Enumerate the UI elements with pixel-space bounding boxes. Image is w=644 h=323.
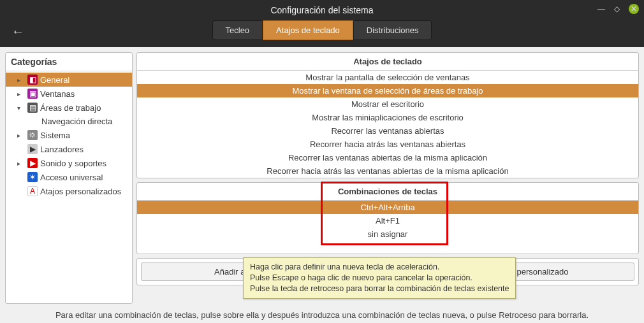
shortcut-row[interactable]: Mostrar las miniaplicaciones de escritor… [137,111,638,124]
sound-icon: ▶ [27,158,38,168]
sidebar-item-personalizados[interactable]: A Atajos personalizados [6,184,132,198]
sidebar-item-sistema[interactable]: ▸ ⛭ Sistema [6,128,132,142]
back-icon[interactable]: ← [11,24,24,39]
footer-hint: Para editar una combinación de teclas, p… [0,309,644,321]
bindings-list: Ctrl+Alt+Arriba Alt+F1 sin asignar [137,201,638,254]
sidebar-item-acceso[interactable]: ✶ Acceso universal [6,170,132,184]
tab-tecleo[interactable]: Tecleo [212,20,263,40]
launcher-icon: ▶ [27,144,38,154]
window-title: Configuración del sistema [0,0,644,15]
shortcut-row[interactable]: Mostrar la ventana de selección de áreas… [137,84,638,97]
tooltip-line: Pulse Escape o haga clic de nuevo para c… [250,273,509,284]
tab-distribuciones[interactable]: Distribuciones [353,20,432,40]
window-controls: — ◇ ✕ [597,4,639,14]
action-bar: Añadir atajo personalizado Eliminar el a… [136,258,639,285]
caret-icon: ▸ [17,160,25,167]
shortcuts-panel: Atajos de teclado Mostrar la pantalla de… [136,52,639,178]
sidebar-item-sonido[interactable]: ▸ ▶ Sonido y soportes [6,156,132,170]
binding-row[interactable]: Alt+F1 [137,214,638,227]
caret-icon: ▸ [17,90,25,97]
bindings-header: Combinaciones de teclas [137,183,638,201]
close-icon[interactable]: ✕ [629,4,639,14]
main-area: Atajos de teclado Mostrar la pantalla de… [136,52,639,304]
binding-row[interactable]: sin asignar [137,227,638,241]
sidebar-item-lanzadores[interactable]: ▶ Lanzadores [6,142,132,156]
sidebar: Categorías ▸ ◧ General ▸ ▣ Ventanas ▾ ▤ … [5,52,133,304]
caret-icon [17,146,25,153]
tab-atajos[interactable]: Atajos de teclado [263,20,353,40]
sidebar-item-label: Acceso universal [40,173,103,182]
sidebar-item-general[interactable]: ▸ ◧ General [6,73,132,87]
caret-icon: ▸ [17,76,25,83]
sidebar-item-ventanas[interactable]: ▸ ▣ Ventanas [6,87,132,101]
shortcut-row[interactable]: Recorrer las ventanas abiertas [137,124,638,138]
sidebar-item-label: Atajos personalizados [40,187,121,196]
minimize-icon[interactable]: — [597,4,605,13]
workspace-icon: ▤ [27,103,38,113]
shortcut-row[interactable]: Recorrer las ventanas abiertas de la mis… [137,151,638,164]
shortcut-row[interactable]: Recorrer hacia atrás las ventanas abiert… [137,138,638,151]
sidebar-item-areas[interactable]: ▾ ▤ Áreas de trabajo [6,101,132,115]
sidebar-item-navegacion[interactable]: Navegación directa [6,115,132,128]
tooltip-line: Pulse la tecla de retroceso para borrar … [250,284,509,294]
bindings-panel: Combinaciones de teclas Ctrl+Alt+Arriba … [136,182,639,254]
sidebar-item-label: Navegación directa [41,117,112,126]
sidebar-item-label: Lanzadores [40,145,84,154]
tooltip-line: Haga clic para definir una nueva tecla d… [250,262,509,273]
sidebar-item-label: General [40,75,70,85]
shortcuts-header: Atajos de teclado [137,53,638,71]
caret-icon [17,188,25,195]
binding-row[interactable]: Ctrl+Alt+Arriba [137,201,638,214]
sidebar-header: Categorías [6,53,132,71]
maximize-icon[interactable]: ◇ [614,4,620,13]
category-tree: ▸ ◧ General ▸ ▣ Ventanas ▾ ▤ Áreas de tr… [6,71,132,199]
shortcut-row[interactable]: Mostrar el escritorio [137,97,638,111]
sidebar-item-label: Áreas de trabajo [40,103,101,113]
shortcut-row[interactable]: Mostrar la pantalla de selección de vent… [137,71,638,84]
tooltip: Haga clic para definir una nueva tecla d… [243,257,516,299]
sidebar-item-label: Ventanas [40,89,75,99]
tab-bar: Tecleo Atajos de teclado Distribuciones [0,20,644,40]
accessibility-icon: ✶ [27,172,38,182]
caret-icon: ▾ [17,104,25,111]
shortcut-row[interactable]: Recorrer hacia atrás las ventanas abiert… [137,164,638,178]
content-area: Categorías ▸ ◧ General ▸ ▣ Ventanas ▾ ▤ … [0,47,644,309]
system-icon: ⛭ [27,130,38,140]
general-icon: ◧ [27,75,38,85]
sidebar-item-label: Sonido y soportes [40,159,106,168]
sidebar-item-label: Sistema [40,131,70,140]
custom-icon: A [27,186,38,196]
windows-icon: ▣ [27,89,38,99]
caret-icon [17,174,25,181]
caret-icon: ▸ [17,132,25,139]
titlebar: Configuración del sistema — ◇ ✕ ← Tecleo… [0,0,644,47]
